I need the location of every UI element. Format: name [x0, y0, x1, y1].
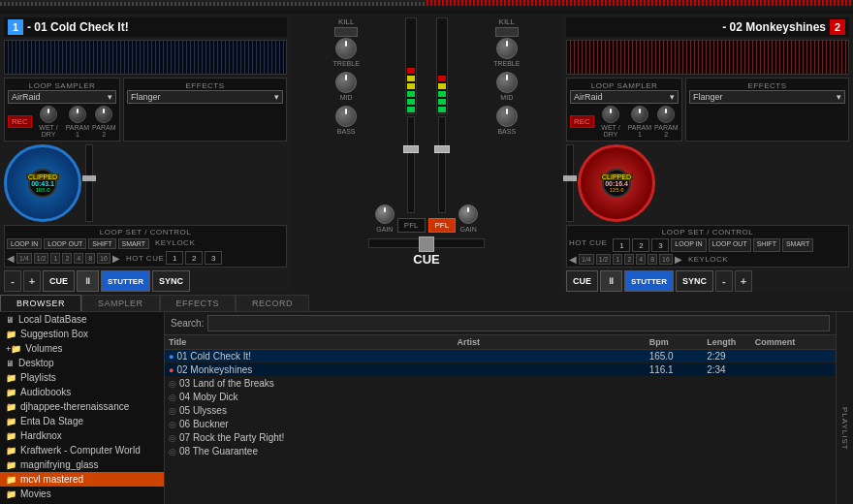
deck1-minus[interactable]: -	[4, 270, 21, 292]
deck2-frac7[interactable]: 16	[659, 254, 673, 265]
deck1-frac4[interactable]: 2	[62, 253, 72, 264]
deck1-hotcue1[interactable]: 1	[166, 251, 183, 265]
sidebar-item-playlists[interactable]: 📁 Playlists	[0, 370, 164, 385]
eq-bass-left[interactable]	[335, 106, 357, 127]
track-row[interactable]: ◎ 05 Ulysses	[165, 404, 836, 418]
sidebar-item-hardknox[interactable]: 📁 Hardknox	[0, 428, 164, 443]
deck2-shift[interactable]: SHIFT	[753, 238, 780, 252]
deck1-wetdry-knob[interactable]	[40, 106, 57, 123]
tab-sampler[interactable]: SAMPLER	[81, 295, 160, 311]
track-row[interactable]: ◎ 06 Buckner	[165, 418, 836, 431]
deck1-pitch-slider[interactable]	[85, 144, 93, 222]
sidebar-item-desktop[interactable]: 🖥 Desktop	[0, 356, 164, 370]
deck1-param1-knob[interactable]	[69, 106, 86, 123]
eq-treble-right[interactable]	[496, 38, 518, 59]
kill-treble-right[interactable]	[495, 27, 519, 37]
search-input[interactable]	[207, 315, 830, 331]
deck1-stutter-btn[interactable]: STUTTER	[101, 270, 150, 292]
deck2-turntable[interactable]: CLIPPED 00:16.4 125.6	[578, 144, 655, 222]
deck2-frac2[interactable]: 1/2	[596, 254, 612, 265]
deck2-minus[interactable]: -	[715, 270, 733, 292]
deck2-pitch-slider[interactable]	[566, 144, 574, 222]
sidebar-item-magnifrying[interactable]: 📁 magnifrying_glass	[0, 457, 164, 472]
deck1-frac1[interactable]: 1/4	[16, 253, 32, 264]
deck1-hotcue3[interactable]: 3	[205, 251, 222, 265]
gain-left[interactable]	[375, 205, 395, 224]
deck2-smart[interactable]: SMART	[782, 238, 813, 252]
sidebar-item-enta[interactable]: 📁 Enta Da Stage	[0, 414, 164, 428]
kill-treble-left[interactable]	[334, 27, 358, 37]
deck1-prev-btn[interactable]: ◀	[7, 253, 15, 264]
deck2-rec-btn[interactable]: REC	[570, 115, 594, 128]
deck1-effects-dropdown[interactable]: Flanger▾	[127, 90, 283, 104]
sidebar-item-localdatabase[interactable]: 🖥 Local DataBase	[0, 312, 164, 327]
deck2-cue-btn[interactable]: CUE	[566, 270, 598, 292]
track-row[interactable]: ● 02 Monkeyshines 116.1 2:34	[165, 363, 836, 377]
eq-bass-right[interactable]	[496, 106, 518, 127]
deck1-frac6[interactable]: 8	[85, 253, 95, 264]
deck1-shift[interactable]: SHIFT	[88, 238, 115, 249]
sidebar-item-mcvl[interactable]: 📁 mcvl mastered	[0, 472, 164, 487]
deck2-hotcue3[interactable]: 3	[651, 238, 669, 252]
deck1-cue-btn[interactable]: CUE	[43, 270, 75, 292]
eq-mid-right[interactable]	[496, 72, 518, 93]
sidebar-item-audiobooks[interactable]: 📁 Audiobooks	[0, 385, 164, 399]
playlist-sidebar[interactable]: PLAYLIST	[836, 312, 853, 504]
sidebar-item-volumes[interactable]: +📁 Volumes	[0, 341, 164, 356]
track-row[interactable]: ◎ 07 Rock the Party Right!	[165, 431, 836, 445]
deck2-hotcue1[interactable]: 1	[613, 238, 630, 252]
track-row[interactable]: ◎ 04 Moby Dick	[165, 391, 836, 404]
deck2-loop-in[interactable]: LOOP IN	[671, 238, 706, 252]
deck2-frac5[interactable]: 4	[636, 254, 646, 265]
deck2-wetdry-knob[interactable]	[602, 106, 619, 123]
deck1-loop-out[interactable]: LOOP OUT	[44, 238, 86, 249]
track-row[interactable]: ◎ 08 The Guarantee	[165, 445, 836, 458]
deck1-frac3[interactable]: 1	[50, 253, 60, 264]
deck2-frac4[interactable]: 2	[624, 254, 634, 265]
sidebar-item-djhappee[interactable]: 📁 djhappee-therenaissance	[0, 399, 164, 414]
crossfader[interactable]	[368, 238, 485, 248]
deck1-smart[interactable]: SMART	[118, 238, 149, 249]
deck1-rec-btn[interactable]: REC	[8, 115, 32, 128]
tab-effects[interactable]: EFFECTS	[160, 295, 237, 311]
deck1-sync-btn[interactable]: SYNC	[152, 270, 190, 292]
fader-left[interactable]	[407, 116, 415, 213]
gain-right[interactable]	[458, 205, 478, 224]
deck2-sampler-dropdown[interactable]: AirRaid▾	[570, 90, 679, 104]
eq-treble-left[interactable]	[335, 38, 357, 59]
tab-browser[interactable]: BROWSER	[0, 295, 81, 311]
deck2-loop-out[interactable]: LOOP OUT	[709, 238, 751, 252]
deck2-param2-knob[interactable]	[657, 106, 675, 123]
deck2-pause-btn[interactable]: ⏸	[600, 270, 622, 292]
deck2-plus[interactable]: +	[735, 270, 752, 292]
sidebar-item-suggestionbox[interactable]: 📁 Suggestion Box	[0, 327, 164, 341]
deck2-param1-knob[interactable]	[631, 106, 648, 123]
eq-mid-left[interactable]	[335, 72, 357, 93]
sidebar-item-movies[interactable]: 📁 Movies	[0, 487, 164, 501]
pfl-right[interactable]: PFL	[428, 218, 457, 233]
deck1-pause-btn[interactable]: ⏸	[77, 270, 99, 292]
deck2-prev-btn[interactable]: ◀	[569, 254, 577, 265]
deck1-loop-in[interactable]: LOOP IN	[7, 238, 42, 249]
sidebar-item-kraftwerk[interactable]: 📁 Kraftwerk - Computer World	[0, 443, 164, 457]
deck2-effects-dropdown[interactable]: Flanger▾	[689, 90, 845, 104]
deck2-frac3[interactable]: 1	[613, 254, 622, 265]
deck1-frac7[interactable]: 16	[97, 253, 111, 264]
deck2-stutter-btn[interactable]: STUTTER	[624, 270, 674, 292]
pfl-left[interactable]: PFL	[397, 218, 426, 233]
deck1-sampler-dropdown[interactable]: AirRaid▾	[8, 90, 116, 104]
deck1-turntable[interactable]: CLIPPED 00:43.1 165.0	[4, 144, 81, 222]
deck1-plus[interactable]: +	[23, 270, 41, 292]
deck2-frac1[interactable]: 1/4	[579, 254, 594, 265]
deck1-frac5[interactable]: 4	[74, 253, 83, 264]
deck2-frac6[interactable]: 8	[648, 254, 657, 265]
deck2-hotcue2[interactable]: 2	[632, 238, 649, 252]
deck1-hotcue2[interactable]: 2	[185, 251, 203, 265]
track-row[interactable]: ◎ 03 Land of the Breaks	[165, 377, 836, 391]
deck1-next-btn[interactable]: ▶	[112, 253, 120, 264]
tab-record[interactable]: RECORD	[236, 295, 309, 311]
deck1-frac2[interactable]: 1/2	[34, 253, 49, 264]
fader-right[interactable]	[438, 116, 446, 213]
deck1-param2-knob[interactable]	[95, 106, 112, 123]
track-row[interactable]: ● 01 Cold Check It! 165.0 2:29	[165, 350, 836, 363]
